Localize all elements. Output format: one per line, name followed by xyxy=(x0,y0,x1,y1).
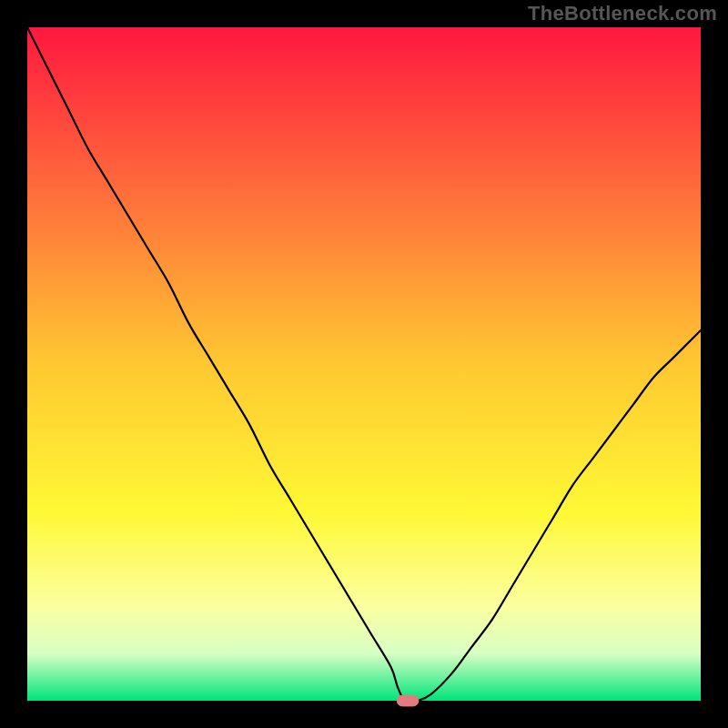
gradient-background xyxy=(27,27,701,701)
bottleneck-plot xyxy=(0,0,728,728)
optimal-marker xyxy=(397,695,419,706)
watermark: TheBottleneck.com xyxy=(528,2,717,25)
chart-frame: TheBottleneck.com xyxy=(0,0,728,728)
